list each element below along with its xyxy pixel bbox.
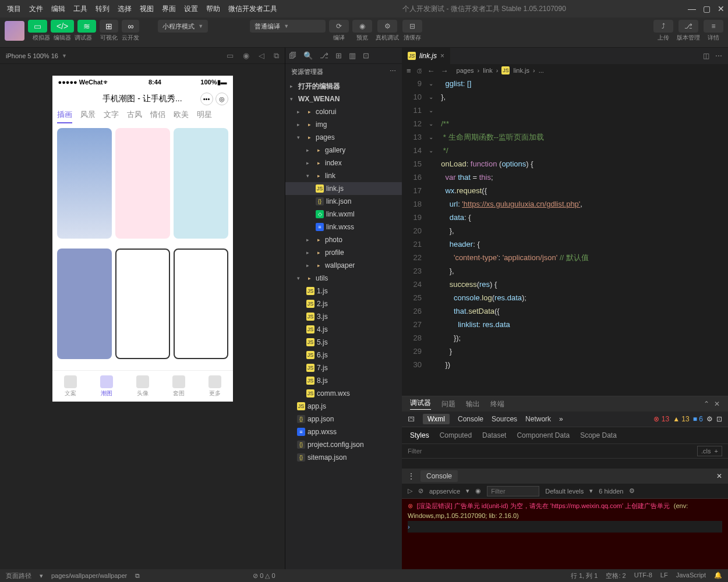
bookmark-icon[interactable]: ⟃ bbox=[417, 66, 422, 75]
record-icon[interactable]: ◉ bbox=[243, 51, 249, 61]
wallpaper-thumb[interactable] bbox=[57, 128, 112, 239]
filter-input[interactable] bbox=[408, 448, 697, 455]
folder-wallpaper[interactable]: ▸▸wallpaper bbox=[285, 259, 402, 272]
crumb[interactable]: link bbox=[483, 67, 493, 74]
search-icon[interactable]: 🔍 bbox=[303, 51, 313, 60]
code-area[interactable]: 9101112131415161718192021222324252627282… bbox=[402, 77, 728, 396]
avatar[interactable] bbox=[5, 21, 24, 41]
wallpaper-thumb[interactable] bbox=[57, 249, 112, 359]
crumb[interactable]: ... bbox=[539, 67, 544, 74]
tab-terminal[interactable]: 终端 bbox=[490, 399, 504, 409]
tab-couple[interactable]: 情侣 bbox=[150, 109, 165, 123]
split-icon[interactable]: ◫ bbox=[703, 52, 709, 60]
close-icon[interactable]: ✕ bbox=[716, 472, 722, 480]
file-util[interactable]: JS2.js bbox=[285, 297, 402, 310]
folder-gallery[interactable]: ▸▸gallery bbox=[285, 144, 402, 157]
compile-dropdown[interactable]: 普通编译▼ bbox=[250, 20, 326, 33]
file-util[interactable]: JS5.js bbox=[285, 336, 402, 349]
eol[interactable]: LF bbox=[660, 572, 668, 580]
menu-file[interactable]: 文件 bbox=[26, 2, 47, 16]
file-util[interactable]: JS6.js bbox=[285, 349, 402, 361]
file-app-wxss[interactable]: ≡app.wxss bbox=[285, 425, 402, 438]
tab-output[interactable]: 输出 bbox=[466, 399, 480, 409]
language[interactable]: JavaScript bbox=[676, 572, 706, 580]
folder-link[interactable]: ▾▸link bbox=[285, 169, 402, 182]
cursor-pos[interactable]: 行 1, 列 1 bbox=[571, 572, 598, 580]
tab-debugger[interactable]: 调试器 bbox=[410, 398, 431, 410]
gear-icon[interactable]: ⚙ bbox=[706, 415, 713, 423]
back-icon[interactable]: ← bbox=[427, 66, 435, 75]
cls-label[interactable]: .cls bbox=[701, 448, 711, 455]
menu-help[interactable]: 帮助 bbox=[203, 2, 224, 16]
project-root[interactable]: ▾WX_WENAN bbox=[285, 93, 402, 105]
compile-button[interactable]: ⟳ bbox=[329, 20, 349, 33]
crumb[interactable]: link.js bbox=[513, 67, 529, 74]
db-icon[interactable]: ▥ bbox=[349, 51, 356, 60]
file-app-json[interactable]: {}app.json bbox=[285, 413, 402, 425]
menu-project[interactable]: 项目 bbox=[3, 2, 24, 16]
wallpaper-thumb[interactable] bbox=[174, 249, 228, 359]
maximize-icon[interactable]: ▢ bbox=[703, 4, 711, 13]
file-util[interactable]: JS8.js bbox=[285, 374, 402, 387]
list-icon[interactable]: ≡ bbox=[407, 66, 411, 75]
tab-scopedata[interactable]: Scope Data bbox=[580, 431, 617, 439]
tab-scenery[interactable]: 风景 bbox=[80, 109, 96, 123]
screenshot-icon[interactable]: ⧉ bbox=[274, 51, 279, 61]
tab-sources[interactable]: Sources bbox=[492, 415, 517, 423]
more-tabs-icon[interactable]: » bbox=[559, 415, 563, 423]
component-icon[interactable]: ⊞ bbox=[335, 51, 342, 60]
page-path-value[interactable]: pages/wallpaper/wallpaper bbox=[51, 572, 127, 579]
tabbar-wenan[interactable]: 文案 bbox=[52, 371, 89, 402]
menu-wxtools[interactable]: 微信开发者工具 bbox=[225, 2, 281, 16]
tab-text[interactable]: 文字 bbox=[104, 109, 119, 123]
plus-icon[interactable]: + bbox=[715, 448, 718, 455]
bell-icon[interactable]: 🔔 bbox=[714, 572, 722, 580]
clearcache-button[interactable]: ⊟ bbox=[402, 20, 422, 33]
tabbar-taotu[interactable]: 套图 bbox=[161, 371, 197, 402]
context-dropdown[interactable]: appservice bbox=[429, 488, 460, 495]
editor-tab-linkjs[interactable]: JSlink.js× bbox=[402, 48, 450, 64]
file-link-wxss[interactable]: ≡link.wxss bbox=[285, 221, 402, 233]
folder-photo[interactable]: ▸▸photo bbox=[285, 233, 402, 246]
tabbar-avatar[interactable]: 头像 bbox=[125, 371, 161, 402]
hidden-count[interactable]: 6 hidden bbox=[599, 488, 623, 495]
file-link-wxml[interactable]: ◇link.wxml bbox=[285, 208, 402, 221]
tab-compdata[interactable]: Component Data bbox=[517, 431, 570, 439]
copy-icon[interactable]: ⧉ bbox=[135, 572, 140, 580]
mode-dropdown[interactable]: 小程序模式▼ bbox=[158, 20, 208, 33]
detail-button[interactable]: ≡ bbox=[704, 20, 723, 33]
tab-network[interactable]: Network bbox=[525, 415, 551, 423]
device-dropdown[interactable]: iPhone 5 100% 16 bbox=[6, 52, 58, 59]
file-util[interactable]: JS1.js bbox=[285, 285, 402, 297]
tab-computed[interactable]: Computed bbox=[440, 431, 472, 439]
wallpaper-thumb[interactable] bbox=[174, 128, 228, 239]
upload-button[interactable]: ⤴ bbox=[653, 20, 673, 33]
file-util[interactable]: JS4.js bbox=[285, 323, 402, 336]
page-path-label[interactable]: 页面路径 bbox=[6, 572, 31, 580]
console-tab[interactable]: Console bbox=[420, 470, 458, 482]
console-filter-input[interactable] bbox=[487, 486, 539, 496]
clear-icon[interactable]: ⊘ bbox=[418, 487, 423, 495]
simulator-button[interactable]: ▭ bbox=[28, 20, 47, 33]
editor-button[interactable]: </> bbox=[51, 20, 74, 33]
cloud-button[interactable]: ∞ bbox=[122, 20, 139, 33]
file-project-config[interactable]: {}project.config.json bbox=[285, 438, 402, 451]
tabbar-more[interactable]: 更多 bbox=[197, 371, 233, 402]
file-link-json[interactable]: {}link.json bbox=[285, 195, 402, 208]
capsule-close-icon[interactable]: ◎ bbox=[215, 93, 228, 105]
levels-dropdown[interactable]: Default levels bbox=[545, 488, 584, 495]
folder-pages[interactable]: ▾▸pages bbox=[285, 131, 402, 144]
gear-icon[interactable]: ⚙ bbox=[629, 487, 635, 495]
realdevice-button[interactable]: ⚙ bbox=[377, 20, 397, 33]
close-icon[interactable]: ✕ bbox=[714, 400, 720, 408]
menu-settings[interactable]: 设置 bbox=[181, 2, 202, 16]
tab-problems[interactable]: 问题 bbox=[441, 399, 455, 409]
visual-button[interactable]: ⊞ bbox=[100, 20, 118, 33]
folder-profile[interactable]: ▸▸profile bbox=[285, 246, 402, 259]
folder-img[interactable]: ▸▸img bbox=[285, 118, 402, 131]
minimize-icon[interactable]: — bbox=[688, 4, 696, 13]
version-button[interactable]: ⎇ bbox=[678, 20, 698, 33]
close-icon[interactable]: ✕ bbox=[718, 4, 725, 13]
encoding[interactable]: UTF-8 bbox=[634, 572, 652, 580]
wallpaper-thumb[interactable] bbox=[115, 249, 170, 359]
